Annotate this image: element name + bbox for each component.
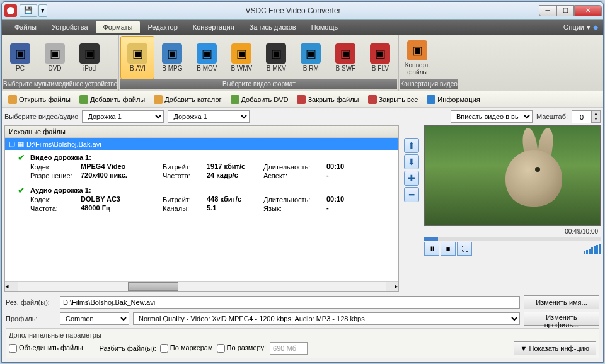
menu-помощь[interactable]: Помощь — [304, 21, 346, 33]
maximize-button[interactable]: ☐ — [556, 5, 574, 16]
result-file-input[interactable] — [60, 296, 520, 309]
split-label: Разбить файл(ы): — [100, 344, 156, 352]
titlebar: 💾 ▾ VSDC Free Video Converter ─ ☐ ✕ — [2, 2, 603, 20]
window-title: VSDC Free Video Converter — [47, 6, 539, 15]
video-track-select[interactable]: Дорожка 1 — [82, 110, 164, 123]
fit-mode-select[interactable]: Вписать видео в выбр — [451, 110, 533, 123]
file-type-icon: ▦ — [18, 140, 24, 148]
ribbon-в-wmv[interactable]: ▣В WMV — [224, 36, 258, 79]
check-icon: ✔ — [18, 152, 25, 162]
audio-track-select[interactable]: Дорожка 1 — [168, 110, 250, 123]
qat-dropdown[interactable]: ▾ — [38, 4, 47, 17]
add-button[interactable]: ✚ — [404, 171, 419, 186]
tb-открыть-файлы[interactable]: Открыть файлы — [4, 94, 74, 105]
collapse-icon[interactable]: ▢ — [9, 140, 15, 148]
source-files-panel: Исходные файлы ▢ ▦ D:\Films\Bolshoj.Bak.… — [4, 125, 399, 292]
ribbon-caption-devices: Выберите мультимедийное устройство — [3, 79, 117, 89]
h-scrollbar[interactable]: ◂▸ — [5, 281, 398, 291]
video-preview — [424, 125, 601, 226]
scale-label: Масштаб: — [536, 113, 568, 120]
file-path: D:\Films\Bolshoj.Bak.avi — [26, 140, 101, 148]
app-icon — [4, 4, 17, 17]
menu-устройства[interactable]: Устройства — [44, 21, 96, 33]
menubar: ФайлыУстройстваФорматыРедакторКонвертаци… — [2, 20, 603, 35]
tb-закрыть-файлы[interactable]: Закрыть файлы — [293, 94, 362, 105]
options-menu[interactable]: Опции — [563, 23, 584, 31]
check-icon: ✔ — [18, 185, 25, 195]
ribbon-ipod[interactable]: ▣iPod — [72, 36, 107, 79]
tb-добавить-файлы[interactable]: Добавить файлы — [76, 94, 149, 105]
minimize-button[interactable]: ─ — [539, 5, 556, 16]
ribbon-в-flv[interactable]: ▣В FLV — [363, 36, 397, 79]
ribbon: ▣PC▣DVD▣iPodВыберите мультимедийное устр… — [2, 35, 603, 91]
tb-добавить-каталог[interactable]: Добавить каталог — [150, 94, 225, 105]
move-down-button[interactable]: ⬇ — [404, 154, 419, 169]
ribbon-caption-convert: Конвертация видео — [400, 79, 457, 89]
menu-файлы[interactable]: Файлы — [7, 21, 44, 33]
ribbon-pc[interactable]: ▣PC — [3, 36, 37, 79]
options-dropdown-icon[interactable]: ▾ — [587, 23, 591, 31]
tb-информация[interactable]: Информация — [423, 94, 483, 105]
toolbar: Открыть файлыДобавить файлыДобавить ката… — [2, 91, 603, 108]
merge-checkbox[interactable]: Объединить файлы — [9, 344, 83, 353]
by-markers-checkbox[interactable]: По маркерам — [160, 344, 213, 353]
ribbon-конверт.-файлы[interactable]: ▣Конверт. файлы — [400, 36, 434, 79]
show-info-button[interactable]: ▼ Показать инф-цию — [514, 341, 596, 355]
stop-button[interactable]: ■ — [441, 242, 456, 256]
ribbon-в-mkv[interactable]: ▣В MKV — [259, 36, 293, 79]
progress-bar[interactable] — [424, 237, 601, 241]
volume-indicator[interactable] — [584, 244, 601, 254]
profile-label: Профиль: — [6, 315, 56, 322]
menu-форматы[interactable]: Форматы — [96, 21, 141, 33]
select-av-label: Выберите видео/аудио — [4, 113, 78, 120]
file-row[interactable]: ▢ ▦ D:\Films\Bolshoj.Bak.avi — [5, 138, 398, 150]
profile-category-select[interactable]: Common — [60, 312, 129, 325]
by-size-checkbox[interactable]: По размеру: — [217, 344, 267, 353]
fullscreen-button[interactable]: ⛶ — [457, 242, 472, 256]
ribbon-caption-formats: Выберите видео формат — [120, 79, 397, 89]
ribbon-в-swf[interactable]: ▣В SWF — [328, 36, 362, 79]
split-size-input — [270, 342, 308, 355]
tb-добавить-dvd[interactable]: Добавить DVD — [227, 94, 292, 105]
video-track-title: Видео дорожка 1: — [30, 152, 396, 162]
extra-params-label: Дополнительные параметры — [9, 331, 596, 339]
scale-spinner[interactable]: ▲▼ — [572, 110, 601, 123]
ribbon-в-mpg[interactable]: ▣В MPG — [155, 36, 189, 79]
tb-закрыть-все[interactable]: Закрыть все — [364, 94, 422, 105]
panel-header: Исходные файлы — [5, 126, 398, 138]
qat-save-button[interactable]: 💾 — [20, 4, 37, 17]
remove-button[interactable]: ━ — [404, 187, 419, 202]
menu-редактор[interactable]: Редактор — [140, 21, 185, 33]
ribbon-dvd[interactable]: ▣DVD — [38, 36, 72, 79]
ribbon-в-mov[interactable]: ▣В MOV — [190, 36, 224, 79]
profile-select[interactable]: Normal Quality - Video: XviD MPEG4 - 120… — [133, 312, 520, 325]
menu-конвертация[interactable]: Конвертация — [185, 21, 242, 33]
rename-button[interactable]: Изменить имя... — [524, 295, 599, 309]
ribbon-в-rm[interactable]: ▣В RM — [294, 36, 328, 79]
menu-запись дисков[interactable]: Запись дисков — [242, 21, 304, 33]
ribbon-в-avi[interactable]: ▣В AVI — [120, 36, 154, 79]
help-icon[interactable]: ◆ — [593, 23, 598, 31]
close-button[interactable]: ✕ — [574, 5, 602, 16]
pause-button[interactable]: ⏸ — [424, 242, 439, 256]
result-files-label: Рез. файл(ы): — [6, 299, 56, 306]
audio-track-title: Аудио дорожка 1: — [30, 185, 396, 195]
edit-profile-button[interactable]: Изменить профиль... — [524, 312, 599, 326]
move-up-button[interactable]: ⬆ — [404, 138, 419, 153]
preview-time: 00:49/10:00 — [424, 227, 601, 236]
